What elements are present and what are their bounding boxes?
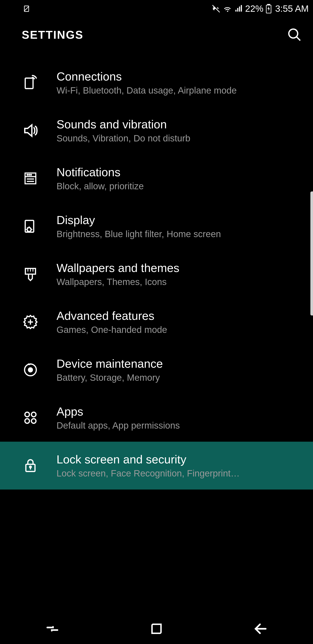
wifi-icon <box>223 4 232 14</box>
status-right: 22% 3:55 AM <box>212 4 309 14</box>
svg-point-22 <box>28 368 32 372</box>
back-button[interactable] <box>253 621 268 636</box>
wallpaper-icon <box>22 266 39 283</box>
item-subtitle: Games, One-handed mode <box>56 324 302 335</box>
sim-card-icon <box>23 5 30 12</box>
scrollbar[interactable] <box>311 192 313 316</box>
display-icon <box>22 218 39 235</box>
svg-point-9 <box>29 174 30 175</box>
svg-point-10 <box>31 174 31 175</box>
search-button[interactable] <box>287 27 302 42</box>
item-title: Device maintenance <box>56 357 302 370</box>
status-time: 3:55 AM <box>275 4 309 14</box>
svg-point-28 <box>29 466 31 468</box>
item-title: Lock screen and security <box>56 452 302 466</box>
item-title: Display <box>56 213 302 227</box>
item-title: Notifications <box>56 165 302 179</box>
settings-item-maintenance[interactable]: Device maintenance Battery, Storage, Mem… <box>0 346 313 394</box>
settings-item-connections[interactable]: Connections Wi-Fi, Bluetooth, Data usage… <box>0 59 313 106</box>
item-subtitle: Battery, Storage, Memory <box>56 372 302 383</box>
svg-point-8 <box>27 174 28 175</box>
settings-item-apps[interactable]: Apps Default apps, App permissions <box>0 394 313 442</box>
battery-charging-icon <box>266 4 272 14</box>
status-bar: 22% 3:55 AM <box>0 0 313 18</box>
svg-point-3 <box>289 29 298 38</box>
advanced-icon <box>22 313 39 331</box>
svg-point-26 <box>31 419 36 424</box>
item-subtitle: Default apps, App permissions <box>56 420 302 431</box>
home-button[interactable] <box>150 622 163 636</box>
recent-apps-button[interactable] <box>45 621 60 636</box>
header: SETTINGS <box>0 18 313 52</box>
status-left <box>4 5 30 12</box>
battery-percent: 22% <box>245 4 264 14</box>
svg-point-14 <box>27 228 31 232</box>
item-subtitle: Sounds, Vibration, Do not disturb <box>56 133 302 144</box>
apps-icon <box>22 409 39 426</box>
item-title: Wallpapers and themes <box>56 261 302 274</box>
settings-item-sounds[interactable]: Sounds and vibration Sounds, Vibration, … <box>0 106 313 154</box>
item-title: Connections <box>56 70 302 83</box>
svg-rect-5 <box>25 78 33 88</box>
item-subtitle: Block, allow, prioritize <box>56 181 302 192</box>
connections-icon <box>22 74 39 92</box>
maintenance-icon <box>22 361 39 378</box>
sound-icon <box>22 122 39 139</box>
svg-point-24 <box>31 412 36 417</box>
lock-icon <box>22 457 39 474</box>
item-subtitle: Wi-Fi, Bluetooth, Data usage, Airplane m… <box>56 85 302 96</box>
svg-line-4 <box>297 37 301 41</box>
item-title: Sounds and vibration <box>56 118 302 131</box>
item-subtitle: Lock screen, Face Recognition, Fingerpri… <box>56 468 302 479</box>
settings-item-display[interactable]: Display Brightness, Blue light filter, H… <box>0 202 313 250</box>
svg-point-25 <box>25 419 29 424</box>
signal-icon <box>234 4 243 13</box>
settings-list: Connections Wi-Fi, Bluetooth, Data usage… <box>0 52 313 490</box>
vibrate-icon <box>212 4 220 13</box>
navigation-bar <box>0 614 313 644</box>
item-subtitle: Brightness, Blue light filter, Home scre… <box>56 229 302 239</box>
settings-item-lock-security[interactable]: Lock screen and security Lock screen, Fa… <box>0 442 313 490</box>
svg-rect-2 <box>267 4 270 5</box>
item-subtitle: Wallpapers, Themes, Icons <box>56 277 302 287</box>
settings-item-advanced[interactable]: Advanced features Games, One-handed mode <box>0 298 313 346</box>
notifications-icon <box>22 170 39 187</box>
item-title: Advanced features <box>56 309 302 322</box>
settings-item-notifications[interactable]: Notifications Block, allow, prioritize <box>0 154 313 202</box>
settings-item-wallpapers[interactable]: Wallpapers and themes Wallpapers, Themes… <box>0 250 313 298</box>
svg-point-23 <box>25 412 29 417</box>
item-title: Apps <box>56 405 302 418</box>
page-title: SETTINGS <box>22 28 83 41</box>
